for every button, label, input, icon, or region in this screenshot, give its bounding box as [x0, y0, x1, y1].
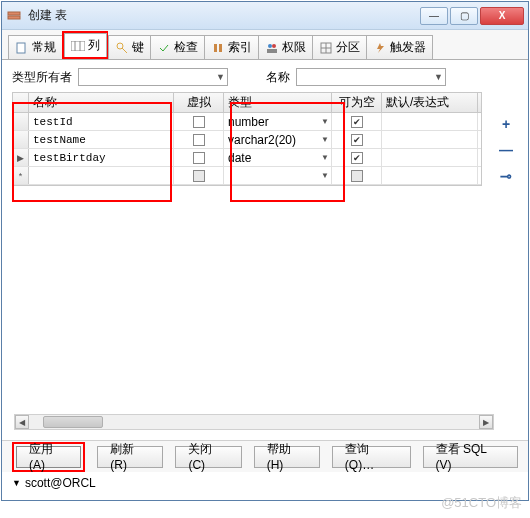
- cell-default[interactable]: [382, 167, 478, 184]
- cell-type[interactable]: ▼: [224, 167, 332, 184]
- svg-rect-9: [219, 44, 222, 52]
- grid-row[interactable]: testId number▼ ✔: [13, 113, 481, 131]
- checkbox[interactable]: [193, 152, 205, 164]
- tab-label: 索引: [228, 39, 252, 56]
- chevron-down-icon: ▼: [12, 478, 21, 488]
- cell-virtual[interactable]: [174, 131, 224, 148]
- cell-nullable[interactable]: ✔: [332, 149, 382, 166]
- checkbox[interactable]: [193, 116, 205, 128]
- name-label: 名称: [266, 69, 290, 86]
- refresh-button[interactable]: 刷新(R): [97, 446, 163, 468]
- footer-buttons: 应用(A) 刷新(R) 关闭(C) 帮助(H) 查询(Q)… 查看 SQL (V…: [2, 440, 528, 472]
- scroll-thumb[interactable]: [43, 416, 103, 428]
- remove-row-button[interactable]: —: [498, 142, 514, 158]
- window-frame: 创建 表 — ▢ X 常规 列 键 检查 索引 权限 分区 触发器 类型所有者 …: [1, 1, 529, 501]
- chevron-down-icon: ▼: [321, 117, 329, 126]
- cell-virtual[interactable]: [174, 149, 224, 166]
- row-marker: *: [13, 167, 29, 184]
- misc-row-button[interactable]: ⊸: [498, 168, 514, 184]
- scroll-left-button[interactable]: ◀: [15, 415, 29, 429]
- svg-point-11: [272, 44, 276, 48]
- view-sql-button[interactable]: 查看 SQL (V): [423, 446, 518, 468]
- window-buttons: — ▢ X: [420, 7, 524, 25]
- checkbox[interactable]: [193, 134, 205, 146]
- row-header-corner: [13, 93, 29, 112]
- titlebar: 创建 表 — ▢ X: [2, 2, 528, 30]
- cell-name[interactable]: testName: [29, 131, 174, 148]
- header-name[interactable]: 名称: [29, 93, 174, 112]
- columns-icon: [71, 39, 85, 53]
- svg-rect-2: [17, 43, 25, 53]
- tab-privileges[interactable]: 权限: [258, 35, 313, 59]
- chevron-down-icon: ▼: [434, 72, 443, 82]
- tab-label: 检查: [174, 39, 198, 56]
- page-icon: [15, 41, 29, 55]
- svg-rect-0: [8, 12, 20, 15]
- header-type[interactable]: 类型: [224, 93, 332, 112]
- cell-name[interactable]: testBirtday: [29, 149, 174, 166]
- svg-rect-1: [8, 16, 20, 19]
- highlight-apply-button: 应用(A): [12, 442, 85, 472]
- status-bar: ▼ scott@ORCL: [2, 472, 528, 494]
- tab-label: 常规: [32, 39, 56, 56]
- close-button[interactable]: X: [480, 7, 524, 25]
- tab-partitions[interactable]: 分区: [312, 35, 367, 59]
- apply-button[interactable]: 应用(A): [16, 446, 81, 468]
- cell-type[interactable]: varchar2(20)▼: [224, 131, 332, 148]
- owner-dropdown[interactable]: ▼: [78, 68, 228, 86]
- checkbox[interactable]: ✔: [351, 134, 363, 146]
- grid-row[interactable]: ▶ testBirtday date▼ ✔: [13, 149, 481, 167]
- cell-nullable[interactable]: ✔: [332, 113, 382, 130]
- tab-checks[interactable]: 检查: [150, 35, 205, 59]
- cell-virtual[interactable]: [174, 167, 224, 184]
- scroll-right-button[interactable]: ▶: [479, 415, 493, 429]
- checkbox: [351, 170, 363, 182]
- grid-row[interactable]: testName varchar2(20)▼ ✔: [13, 131, 481, 149]
- tab-bar: 常规 列 键 检查 索引 权限 分区 触发器: [2, 30, 528, 60]
- row-action-buttons: + — ⊸: [498, 116, 514, 184]
- name-dropdown[interactable]: ▼: [296, 68, 446, 86]
- checkbox[interactable]: ✔: [351, 152, 363, 164]
- cell-type[interactable]: date▼: [224, 149, 332, 166]
- cell-name[interactable]: [29, 167, 174, 184]
- checkbox[interactable]: ✔: [351, 116, 363, 128]
- cell-virtual[interactable]: [174, 113, 224, 130]
- svg-rect-8: [214, 44, 217, 52]
- cell-default[interactable]: [382, 113, 478, 130]
- partition-icon: [319, 41, 333, 55]
- svg-rect-3: [71, 41, 85, 51]
- query-button[interactable]: 查询(Q)…: [332, 446, 411, 468]
- cell-nullable[interactable]: [332, 167, 382, 184]
- svg-rect-12: [267, 49, 277, 53]
- svg-line-7: [122, 48, 127, 53]
- tab-triggers[interactable]: 触发器: [366, 35, 433, 59]
- row-marker: ▶: [13, 149, 29, 166]
- close-dialog-button[interactable]: 关闭(C): [175, 446, 241, 468]
- window-title: 创建 表: [28, 7, 420, 24]
- minimize-button[interactable]: —: [420, 7, 448, 25]
- cell-default[interactable]: [382, 149, 478, 166]
- header-nullable[interactable]: 可为空: [332, 93, 382, 112]
- tab-columns[interactable]: 列: [64, 33, 107, 57]
- cell-type[interactable]: number▼: [224, 113, 332, 130]
- maximize-button[interactable]: ▢: [450, 7, 478, 25]
- cell-nullable[interactable]: ✔: [332, 131, 382, 148]
- tab-general[interactable]: 常规: [8, 35, 63, 59]
- tab-indexes[interactable]: 索引: [204, 35, 259, 59]
- tab-keys[interactable]: 键: [108, 35, 151, 59]
- grid-row-new[interactable]: * ▼: [13, 167, 481, 185]
- chevron-down-icon: ▼: [321, 171, 329, 180]
- add-row-button[interactable]: +: [498, 116, 514, 132]
- row-marker: [13, 113, 29, 130]
- chevron-down-icon: ▼: [321, 135, 329, 144]
- header-default[interactable]: 默认/表达式: [382, 93, 478, 112]
- help-button[interactable]: 帮助(H): [254, 446, 320, 468]
- users-icon: [265, 41, 279, 55]
- grid-header: 名称 虚拟 类型 可为空 默认/表达式: [13, 93, 481, 113]
- cell-default[interactable]: [382, 131, 478, 148]
- horizontal-scrollbar[interactable]: ◀ ▶: [14, 414, 494, 430]
- cell-name[interactable]: testId: [29, 113, 174, 130]
- owner-label: 类型所有者: [12, 69, 72, 86]
- tab-label: 键: [132, 39, 144, 56]
- header-virtual[interactable]: 虚拟: [174, 93, 224, 112]
